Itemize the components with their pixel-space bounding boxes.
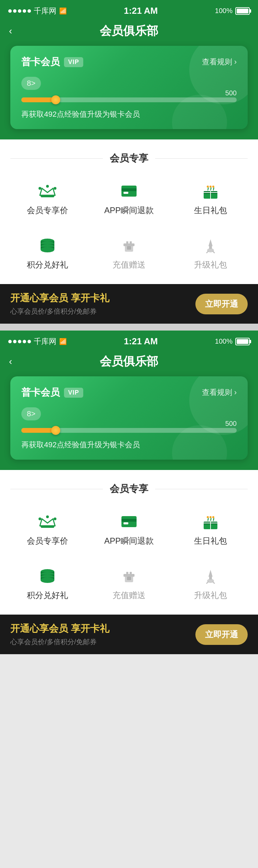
recharge-icon-2: [120, 567, 138, 585]
svg-rect-61: [209, 577, 212, 579]
benefit-price-2[interactable]: 会员专享价: [7, 506, 88, 553]
battery-pct-1: 100%: [215, 7, 233, 15]
benefit-refund-1[interactable]: APP瞬间退款: [88, 175, 170, 223]
svg-point-14: [212, 186, 214, 188]
progress-end-2: 500: [225, 420, 237, 428]
wifi-icon-1: 📶: [59, 7, 67, 15]
svg-marker-28: [208, 239, 213, 246]
benefit-label-points-2: 积分兑好礼: [27, 590, 68, 601]
svg-rect-6: [121, 188, 137, 191]
svg-marker-0: [40, 188, 55, 195]
svg-rect-25: [130, 241, 132, 244]
benefit-label-recharge-1: 充值赠送: [112, 259, 146, 270]
wifi-icon-2: 📶: [59, 338, 67, 345]
progress-ball-2: [51, 426, 60, 435]
back-button-2[interactable]: ‹: [9, 356, 12, 367]
benefit-points-2[interactable]: 积分兑好礼: [7, 560, 88, 608]
svg-point-3: [46, 185, 49, 188]
back-button-1[interactable]: ‹: [9, 25, 12, 36]
svg-rect-58: [127, 577, 131, 580]
upgrade-icon-1: [202, 237, 219, 254]
crown-icon-2: [39, 513, 56, 531]
benefit-price-1[interactable]: 会员专享价: [7, 175, 88, 223]
svg-rect-38: [121, 519, 137, 522]
battery-icon-1: [235, 7, 250, 15]
svg-point-45: [209, 516, 212, 518]
upgrade-icon-2: [202, 567, 219, 585]
svg-rect-23: [123, 243, 135, 246]
recharge-icon-1: [120, 237, 138, 254]
svg-line-62: [206, 582, 208, 584]
svg-line-31: [213, 251, 215, 253]
promo-button-2[interactable]: 立即开通: [195, 624, 248, 645]
card-section-1: 普卡会员 VIP 查看规则 8> 500 再获取492点经验值升级为银卡会员: [0, 46, 258, 139]
benefit-birthday-1[interactable]: 生日礼包: [170, 175, 251, 223]
divider-right-1: [155, 158, 248, 159]
divider-right-2: [155, 489, 248, 489]
benefit-points-1[interactable]: 积分兑好礼: [7, 230, 88, 277]
carrier-2: 千库网: [34, 336, 56, 347]
benefit-label-refund-1: APP瞬间退款: [104, 205, 154, 216]
section-header-2: 会员专享: [0, 470, 258, 502]
birthday-icon-1: [202, 182, 219, 200]
promo-sub-1: 心享会员价/多倍积分/免邮券: [10, 307, 109, 316]
benefit-label-recharge-2: 充值赠送: [112, 590, 146, 601]
svg-rect-24: [126, 241, 128, 244]
content-area-1: 会员专享 会员专享价: [0, 139, 258, 324]
svg-point-46: [212, 516, 214, 518]
benefit-refund-2[interactable]: APP瞬间退款: [88, 506, 170, 553]
benefit-label-upgrade-1: 升级礼包: [194, 259, 227, 270]
promo-bar-2: 开通心享会员 享开卡礼 心享会员价/多倍积分/免邮券 立即开通: [0, 615, 258, 654]
benefit-label-birthday-1: 生日礼包: [194, 205, 227, 216]
svg-point-12: [207, 186, 209, 188]
vip-badge-1: VIP: [64, 57, 83, 67]
screen1: 千库网 📶 1:21 AM 100% ‹ 会员俱乐部 普卡会员 VIP 查看规则: [0, 0, 258, 324]
svg-rect-55: [123, 574, 135, 577]
section-header-1: 会员专享: [0, 139, 258, 172]
divider-left-2: [10, 489, 103, 489]
divider-left-1: [10, 158, 103, 159]
points-icon-2: [39, 567, 56, 585]
member-card-2: 普卡会员 VIP 查看规则 8> 500 再获取492点经验值升级为银卡会员: [10, 376, 248, 460]
points-icon-1: [39, 237, 56, 254]
svg-point-13: [209, 186, 212, 188]
member-type-1: 普卡会员: [21, 55, 60, 69]
battery-icon-2: [235, 338, 250, 345]
section-title-1: 会员专享: [110, 152, 148, 165]
header-1: ‹ 会员俱乐部: [0, 20, 258, 46]
member-type-2: 普卡会员: [21, 386, 60, 399]
benefit-label-upgrade-2: 升级礼包: [194, 590, 227, 601]
time-1: 1:21 AM: [124, 6, 158, 16]
benefits-grid-2: 会员专享价 APP瞬间退款: [0, 502, 258, 615]
benefit-label-price-2: 会员专享价: [27, 535, 68, 546]
svg-point-34: [39, 517, 41, 520]
benefit-recharge-1: 充值赠送: [88, 230, 170, 277]
promo-button-1[interactable]: 立即开通: [195, 294, 248, 314]
promo-bar-1: 开通心享会员 享开卡礼 心享会员价/多倍积分/免邮券 立即开通: [0, 284, 258, 324]
content-area-2: 会员专享 会员专享价 APP瞬间退款: [0, 470, 258, 615]
section-title-2: 会员专享: [110, 482, 148, 495]
status-bar-2: 千库网 📶 1:21 AM 100%: [0, 331, 258, 350]
battery-pct-2: 100%: [215, 337, 233, 345]
svg-marker-60: [208, 570, 213, 577]
benefit-recharge-2: 充值赠送: [88, 560, 170, 608]
status-bar-1: 千库网 📶 1:21 AM 100%: [0, 0, 258, 20]
promo-title-1: 开通心享会员 享开卡礼: [10, 292, 109, 305]
svg-point-4: [54, 187, 56, 190]
benefit-label-birthday-2: 生日礼包: [194, 535, 227, 546]
page-title-1: 会员俱乐部: [100, 23, 158, 39]
header-2: ‹ 会员俱乐部: [0, 350, 258, 376]
promo-title-2: 开通心享会员 享开卡礼: [10, 622, 109, 635]
svg-point-35: [46, 515, 49, 518]
page-title-2: 会员俱乐部: [100, 354, 158, 369]
benefit-birthday-2[interactable]: 生日礼包: [170, 506, 251, 553]
progress-label-2: 8>: [21, 407, 41, 420]
screen-divider: [0, 324, 258, 331]
svg-marker-33: [40, 526, 55, 528]
progress-bar-2: 500: [21, 428, 237, 433]
svg-point-21: [41, 247, 54, 252]
svg-line-63: [213, 582, 215, 584]
svg-rect-57: [130, 572, 132, 575]
svg-point-53: [41, 577, 54, 583]
screen2: 千库网 📶 1:21 AM 100% ‹ 会员俱乐部 普卡会员 VIP 查看规则: [0, 331, 258, 654]
